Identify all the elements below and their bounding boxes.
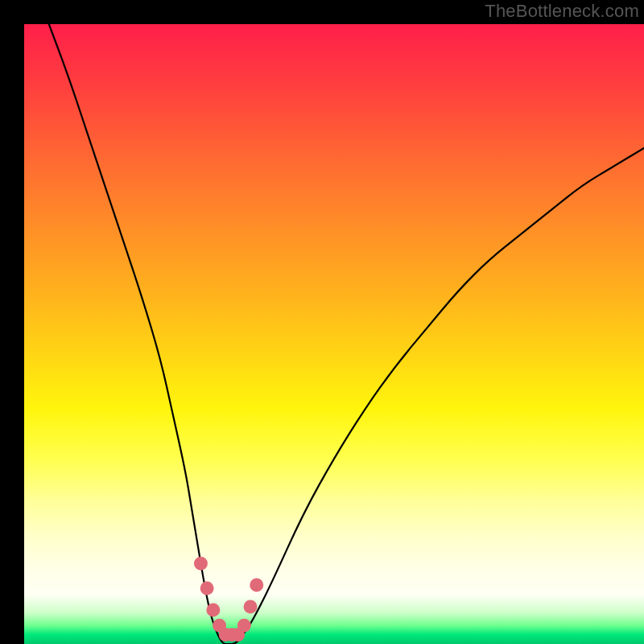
bottleneck-curve-line bbox=[49, 24, 644, 644]
valley-dot bbox=[206, 603, 220, 617]
valley-dot bbox=[237, 618, 251, 632]
valley-marker-dots bbox=[194, 556, 263, 642]
valley-dot bbox=[250, 578, 263, 592]
chart-svg bbox=[24, 24, 644, 644]
chart-container: TheBottleneck.com bbox=[0, 0, 644, 644]
valley-dot bbox=[194, 556, 208, 570]
watermark-text: TheBottleneck.com bbox=[485, 1, 639, 22]
plot-area bbox=[24, 24, 644, 644]
valley-dot bbox=[200, 581, 214, 595]
valley-dot bbox=[244, 600, 258, 613]
